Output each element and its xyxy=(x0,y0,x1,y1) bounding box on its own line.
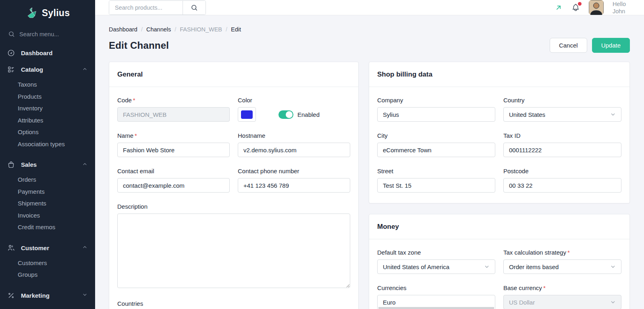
sidebar-item-taxons[interactable]: Taxons xyxy=(0,79,95,91)
breadcrumb-edit: Edit xyxy=(231,26,241,33)
sidebar-item-attributes[interactable]: Attributes xyxy=(0,114,95,127)
sidebar-item-payments[interactable]: Payments xyxy=(0,186,95,198)
sidebar-item-association-types[interactable]: Association types xyxy=(0,138,95,150)
currency-option-euro[interactable]: Euro xyxy=(378,298,494,307)
postcode-label: Postcode xyxy=(503,168,621,174)
country-label: Country xyxy=(503,97,621,104)
search-icon xyxy=(8,31,15,37)
base-currency-select: US Dollar xyxy=(503,295,621,309)
user-greeting: Hello John xyxy=(613,0,626,15)
chevron-down-icon xyxy=(610,111,616,118)
sidebar-item-invoices[interactable]: Invoices xyxy=(0,209,95,222)
sidebar-item-sales[interactable]: Sales xyxy=(0,156,95,173)
description-label: Description xyxy=(117,203,350,210)
tax-calculation-strategy-label: Tax calculation strategy* xyxy=(503,249,621,256)
catalog-submenu: Taxons Products Inventory Attributes Opt… xyxy=(0,78,95,156)
general-card-title: General xyxy=(117,71,143,79)
billing-card-title: Shop billing data xyxy=(377,71,432,79)
page-title: Edit Channel xyxy=(109,40,169,51)
breadcrumb-separator: / xyxy=(141,26,143,33)
contact-email-field[interactable] xyxy=(117,178,230,193)
hostname-label: Hostname xyxy=(238,132,350,139)
money-card-title: Money xyxy=(377,223,399,231)
color-swatch xyxy=(241,110,253,119)
description-field[interactable] xyxy=(117,214,350,288)
name-field[interactable] xyxy=(117,143,230,157)
notifications-button[interactable] xyxy=(571,3,580,12)
breadcrumb: Dashboard / Channels / FASHION_WEB / Edi… xyxy=(109,26,630,33)
company-field[interactable] xyxy=(377,107,495,122)
name-label: Name* xyxy=(117,132,230,139)
currencies-listbox[interactable]: Euro US Dollar xyxy=(377,295,495,309)
breadcrumb-separator: / xyxy=(226,26,227,33)
product-search-group xyxy=(109,0,206,15)
product-search-input[interactable] xyxy=(109,1,183,15)
tax-calculation-strategy-select[interactable]: Order items based xyxy=(503,259,621,274)
country-select[interactable]: United States xyxy=(503,107,621,122)
sidebar-item-credit-memos[interactable]: Credit memos xyxy=(0,221,95,233)
contact-phone-field[interactable] xyxy=(238,178,350,193)
chevron-up-icon xyxy=(82,66,88,73)
default-tax-zone-select[interactable]: United States of America xyxy=(377,259,495,274)
sidebar-item-label: Marketing xyxy=(21,292,50,299)
code-field xyxy=(117,107,230,122)
sidebar-item-label: Customer xyxy=(21,245,49,251)
cancel-button[interactable]: Cancel xyxy=(550,38,587,53)
postcode-field[interactable] xyxy=(503,178,621,193)
sidebar-item-marketing[interactable]: Marketing xyxy=(0,287,95,304)
open-storefront-button[interactable] xyxy=(555,4,563,12)
chevron-down-icon xyxy=(610,263,616,270)
breadcrumb-separator: / xyxy=(175,26,176,33)
tax-id-label: Tax ID xyxy=(503,132,621,139)
sidebar-search-input[interactable] xyxy=(19,31,84,37)
sidebar-item-customers[interactable]: Customers xyxy=(0,257,95,269)
city-label: City xyxy=(377,132,495,139)
notification-badge xyxy=(578,2,582,6)
currency-option-us-dollar[interactable]: US Dollar xyxy=(378,307,494,309)
city-field[interactable] xyxy=(377,143,495,157)
sidebar-item-orders[interactable]: Orders xyxy=(0,174,95,186)
countries-label: Countries xyxy=(117,300,350,307)
company-label: Company xyxy=(377,97,495,104)
sidebar-search[interactable] xyxy=(8,31,95,37)
sidebar: Sylius Dashboard Catalog Taxons Products xyxy=(0,0,95,309)
chevron-up-icon xyxy=(82,244,88,251)
breadcrumb-channel-code: FASHION_WEB xyxy=(180,26,222,33)
breadcrumb-dashboard[interactable]: Dashboard xyxy=(109,26,137,33)
enabled-toggle[interactable] xyxy=(278,110,293,119)
currencies-label: Currencies xyxy=(377,284,495,291)
sidebar-item-customer[interactable]: Customer xyxy=(0,240,95,256)
contact-phone-label: Contact phone number xyxy=(238,168,350,174)
base-currency-label: Base currency* xyxy=(503,284,621,291)
logo[interactable]: Sylius xyxy=(0,5,95,21)
breadcrumb-channels[interactable]: Channels xyxy=(146,26,171,33)
search-button[interactable] xyxy=(183,1,206,15)
sidebar-item-groups[interactable]: Groups xyxy=(0,269,95,281)
sidebar-item-catalog[interactable]: Catalog xyxy=(0,61,95,78)
sylius-swan-icon xyxy=(25,6,38,19)
sidebar-item-dashboard[interactable]: Dashboard xyxy=(0,45,95,61)
logo-text: Sylius xyxy=(42,8,70,19)
update-button[interactable]: Update xyxy=(592,38,630,53)
color-label: Color xyxy=(238,97,350,104)
color-picker[interactable] xyxy=(238,107,256,122)
sidebar-nav: Dashboard Catalog Taxons Products Invent… xyxy=(0,45,95,304)
gauge-icon xyxy=(7,49,15,57)
default-tax-zone-label: Default tax zone xyxy=(377,249,495,256)
avatar[interactable] xyxy=(589,0,604,15)
search-icon xyxy=(191,4,198,11)
sidebar-item-products[interactable]: Products xyxy=(0,91,95,103)
sidebar-item-options[interactable]: Options xyxy=(0,126,95,138)
chevron-up-icon xyxy=(82,161,88,168)
chevron-down-icon xyxy=(484,263,490,270)
chevron-down-icon xyxy=(610,299,616,305)
sidebar-item-shipments[interactable]: Shipments xyxy=(0,197,95,209)
hostname-field[interactable] xyxy=(238,143,350,157)
tax-id-field[interactable] xyxy=(503,143,621,157)
sidebar-item-inventory[interactable]: Inventory xyxy=(0,102,95,114)
enabled-label: Enabled xyxy=(297,111,320,118)
general-card: General Code* Color xyxy=(109,62,359,309)
street-field[interactable] xyxy=(377,178,495,193)
customer-submenu: Customers Groups xyxy=(0,256,95,287)
chevron-down-icon xyxy=(82,292,88,299)
